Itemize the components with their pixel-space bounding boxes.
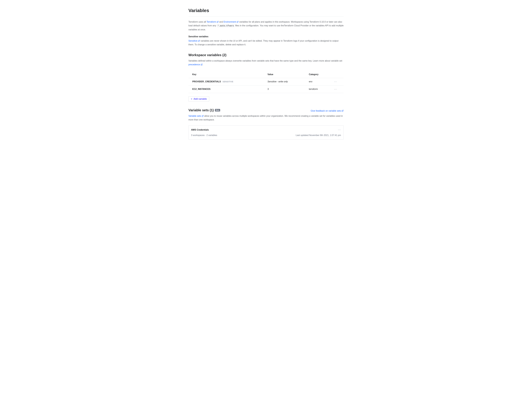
table-header: Key Value Category bbox=[189, 71, 343, 78]
sensitive-heading: Sensitive variables bbox=[189, 35, 343, 38]
intro-text: Terraform uses all bbox=[189, 21, 207, 23]
sensitive-link-text: Sensitive bbox=[189, 40, 197, 42]
precedence-link-text: precedence bbox=[189, 63, 200, 66]
var-key-text: PROVIDER_CREDENTIALS bbox=[192, 80, 221, 83]
intro-paragraph: Terraform uses all Terraform and Environ… bbox=[189, 20, 343, 31]
external-link-icon bbox=[342, 110, 343, 112]
sensitive-badge: SENSITIVE bbox=[222, 80, 233, 83]
variable-sets-desc-text: allow you to reuse variables across mult… bbox=[189, 115, 343, 121]
var-category: terraform bbox=[309, 88, 331, 90]
variable-set-meta-left: 3 workspaces · 2 variables bbox=[191, 134, 217, 136]
var-value: Sensitive - write only bbox=[267, 80, 309, 83]
workspace-vars-desc-post: . bbox=[203, 63, 203, 66]
workspace-vars-desc: Variables defined within a workspace alw… bbox=[189, 59, 343, 66]
add-variable-label: Add variable bbox=[194, 98, 207, 100]
var-value: 3 bbox=[267, 88, 309, 90]
table-row: EC2_INSTANCES 3 terraform ··· bbox=[189, 86, 343, 93]
feedback-link-text: Give feedback on variable sets bbox=[311, 110, 341, 112]
table-row: PROVIDER_CREDENTIALS SENSITIVE Sensitive… bbox=[189, 78, 343, 86]
variable-sets-link-text: Variable sets bbox=[189, 115, 201, 117]
variable-set-actions-menu[interactable]: ··· bbox=[338, 128, 341, 131]
workspace-vars-table: Key Value Category PROVIDER_CREDENTIALS … bbox=[189, 71, 343, 93]
environment-link[interactable]: Environment bbox=[224, 21, 238, 23]
svg-line-3 bbox=[201, 64, 202, 65]
external-link-icon bbox=[201, 64, 203, 66]
variable-sets-desc: Variable sets allow you to reuse variabl… bbox=[189, 114, 343, 122]
svg-line-0 bbox=[218, 21, 218, 22]
variable-sets-heading: Variable sets (1) Beta bbox=[189, 108, 220, 112]
svg-line-2 bbox=[199, 40, 200, 41]
page-title: Variables bbox=[189, 8, 343, 17]
terraform-link[interactable]: Terraform bbox=[207, 21, 218, 23]
sensitive-text: variables are never shown in the UI or A… bbox=[189, 40, 338, 46]
external-link-icon bbox=[237, 21, 238, 23]
svg-line-4 bbox=[342, 110, 343, 111]
var-key: EC2_INSTANCES bbox=[192, 88, 267, 90]
workspace-vars-heading: Workspace variables (2) bbox=[189, 53, 343, 57]
variable-sets-link[interactable]: Variable sets bbox=[189, 115, 204, 117]
code-snippet: *.auto.tfvars bbox=[217, 24, 235, 27]
col-key: Key bbox=[192, 73, 267, 76]
var-category: env bbox=[309, 80, 331, 83]
terraform-link-text: Terraform bbox=[207, 21, 216, 23]
row-actions-menu[interactable]: ··· bbox=[331, 80, 340, 83]
var-key: PROVIDER_CREDENTIALS SENSITIVE bbox=[192, 80, 267, 83]
sensitive-link[interactable]: Sensitive bbox=[189, 40, 200, 42]
variable-set-meta-right: Last updated November 8th 2021, 1:07:41 … bbox=[296, 134, 341, 136]
external-link-icon bbox=[217, 21, 218, 23]
external-link-icon bbox=[202, 115, 204, 117]
add-variable-button[interactable]: + Add variable bbox=[189, 96, 209, 102]
col-category: Category bbox=[309, 73, 331, 76]
row-actions-menu[interactable]: ··· bbox=[331, 88, 340, 91]
feedback-link[interactable]: Give feedback on variable sets bbox=[311, 110, 343, 112]
beta-badge: Beta bbox=[215, 109, 220, 111]
precedence-link[interactable]: precedence bbox=[189, 63, 203, 66]
intro-text: and bbox=[219, 21, 224, 23]
var-key-text: EC2_INSTANCES bbox=[192, 88, 210, 90]
variable-set-card[interactable]: AWS Credentials ··· 3 workspaces · 2 var… bbox=[189, 125, 343, 139]
workspace-vars-desc-text: Variables defined within a workspace alw… bbox=[189, 60, 342, 62]
col-value: Value bbox=[267, 73, 309, 76]
environment-link-text: Environment bbox=[224, 21, 236, 23]
plus-icon: + bbox=[191, 97, 192, 100]
external-link-icon bbox=[198, 40, 200, 42]
svg-line-5 bbox=[203, 115, 203, 116]
svg-line-1 bbox=[238, 21, 238, 22]
variable-set-name: AWS Credentials bbox=[191, 129, 209, 131]
variable-sets-heading-text: Variable sets (1) bbox=[189, 108, 214, 112]
sensitive-paragraph: Sensitive variables are never shown in t… bbox=[189, 39, 343, 47]
